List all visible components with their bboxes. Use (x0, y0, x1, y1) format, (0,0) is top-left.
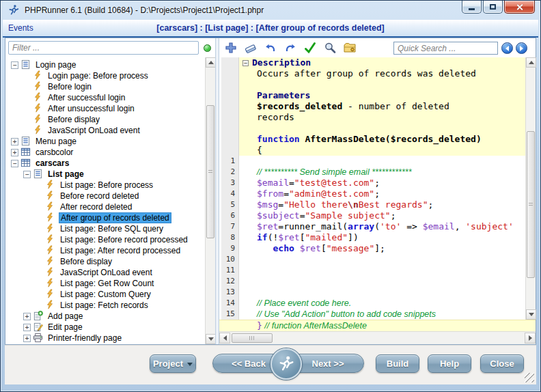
tree-item[interactable]: List page: Before record processed (5, 234, 204, 245)
scroll-down-button[interactable] (206, 334, 215, 344)
next-button[interactable]: Next >> (298, 354, 358, 374)
tree-item[interactable]: After unsuccessful login (5, 103, 204, 114)
eraser-icon (244, 41, 258, 55)
title-bar[interactable]: PHPRunner 6.1 (Build 10684) - D:\Project… (1, 1, 540, 20)
code-editor[interactable]: 123456789101112131415 −DescriptionOccurs… (219, 57, 536, 344)
quick-search-input[interactable] (393, 42, 498, 55)
gutter-blank (221, 112, 238, 123)
tree-item[interactable]: −List page (5, 169, 204, 180)
code-line[interactable] (239, 265, 525, 276)
tree-item[interactable]: JavaScript OnLoad event (5, 267, 204, 278)
expand-toggle-icon[interactable]: + (23, 335, 31, 342)
resize-grip[interactable] (525, 373, 534, 382)
tree-item-label: carsbcolor (34, 148, 74, 157)
tree-item[interactable]: After successful login (5, 92, 204, 103)
code-line[interactable]: if(!$ret["mailed"]) (239, 232, 525, 243)
code-line[interactable] (239, 276, 525, 287)
editor-vscrollbar[interactable] (525, 57, 536, 320)
code-line[interactable] (239, 287, 525, 298)
tree-item[interactable]: +Add page (5, 311, 204, 322)
eraser-button[interactable] (243, 40, 258, 55)
expand-toggle-icon[interactable]: + (11, 138, 18, 145)
code-line[interactable] (239, 156, 525, 167)
tree-item[interactable]: Before display (5, 114, 204, 125)
editor-scrollbar-thumb[interactable] (527, 131, 535, 278)
tree-item[interactable]: List page: Fetch records (5, 300, 204, 311)
tree-item[interactable]: Before login (5, 81, 204, 92)
collapse-toggle-icon[interactable]: − (11, 61, 18, 69)
tree-item[interactable]: +carsbcolor (5, 147, 204, 158)
tree-item[interactable]: Before display (5, 256, 204, 267)
check-syntax-button[interactable] (303, 40, 318, 55)
tree-item[interactable]: After group of records deleted (5, 212, 204, 223)
project-button[interactable]: Project (150, 354, 196, 373)
close-button[interactable]: Close (480, 354, 524, 373)
tree-item[interactable]: After record deleted (5, 201, 204, 212)
tree-item[interactable]: +Menu page (5, 136, 204, 147)
expand-toggle-icon[interactable]: + (11, 149, 18, 156)
redo-button[interactable] (283, 40, 298, 55)
code-line[interactable]: // ********** Send simple email ********… (239, 167, 525, 178)
code-line[interactable]: $email="test@test.com"; (239, 178, 525, 188)
tree-item[interactable]: Before record deleted (5, 191, 204, 201)
code-line[interactable]: // Place event code here. (239, 298, 525, 309)
runner-logo-button[interactable] (270, 348, 302, 380)
editor-scroll-down-button[interactable] (526, 309, 536, 320)
description-line: records (239, 112, 525, 123)
tree-item[interactable]: +Printer-friendly page (5, 333, 204, 344)
tree-scrollbar[interactable] (205, 57, 215, 344)
code-token: ; (374, 188, 380, 199)
tree-item[interactable]: List page: Get Row Count (5, 278, 204, 289)
code-lines[interactable]: // ********** Send simple email ********… (239, 156, 525, 320)
build-button[interactable]: Build (376, 354, 419, 373)
tree-item[interactable]: List page: Custom Query (5, 289, 204, 300)
code-line[interactable]: $msg="Hello there\nBest regards"; (239, 199, 525, 210)
undo-button[interactable] (263, 40, 278, 55)
back-button[interactable]: << Back (219, 354, 279, 374)
hscrollbar-thumb[interactable] (232, 333, 273, 343)
code-line[interactable]: $subject="Sample subject"; (239, 210, 525, 221)
editor-hscrollbar[interactable] (219, 331, 536, 344)
tree-item[interactable]: +Edit page (5, 322, 204, 333)
tree-item[interactable]: List page: After record processed (5, 245, 204, 256)
expand-toggle-icon[interactable]: + (23, 324, 31, 331)
editor-scroll-up-button[interactable] (526, 57, 536, 68)
tree-item-label: JavaScript OnLoad event (46, 126, 141, 135)
collapse-toggle-icon[interactable]: − (23, 171, 31, 178)
scroll-left-button[interactable] (219, 333, 230, 344)
scroll-right-button[interactable] (525, 333, 536, 344)
navigate-forward-button[interactable] (516, 42, 527, 54)
minimize-button[interactable] (462, 1, 482, 14)
filter-input[interactable] (8, 41, 199, 55)
code-line[interactable]: echo $ret["message"]; (239, 243, 525, 254)
tree-indent (5, 207, 45, 208)
find-button[interactable] (322, 40, 337, 55)
tree-item[interactable]: −Login page (5, 59, 204, 70)
code-line[interactable]: $from="admin@test.com"; (239, 188, 525, 199)
collapse-toggle-icon[interactable]: − (11, 160, 18, 167)
code-line[interactable]: $ret=runner_mail(array('to' => $email, '… (239, 221, 525, 232)
scroll-up-button[interactable] (206, 57, 215, 68)
tree-item[interactable]: −carscars (5, 158, 204, 169)
navigate-back-button[interactable] (501, 42, 513, 54)
editor-text-area[interactable]: −DescriptionOccurs after group of record… (239, 57, 525, 320)
tree-item[interactable]: JavaScript OnLoad event (5, 125, 204, 136)
code-line[interactable] (239, 254, 525, 265)
window-title: PHPRunner 6.1 (Build 10684) - D:\Project… (25, 5, 264, 15)
line-number-gutter: 123456789101112131415 (221, 57, 239, 320)
add-action-button[interactable] (223, 40, 238, 55)
tree-item[interactable]: List page: Before process (5, 180, 204, 191)
close-window-button[interactable] (504, 1, 535, 14)
collapse-icon[interactable]: − (242, 60, 249, 66)
line-number: 11 (221, 265, 238, 276)
expand-toggle-icon[interactable]: + (23, 313, 31, 320)
maximize-button[interactable] (483, 1, 503, 14)
code-line[interactable]: // Use "Add Action" button to add code s… (239, 309, 525, 320)
tree-item[interactable]: Login page: Before process (5, 70, 204, 81)
tree-item[interactable]: List page: Before SQL query (5, 223, 204, 234)
scrollbar-thumb[interactable] (206, 105, 214, 238)
help-button[interactable]: Help (428, 354, 471, 373)
snippets-button[interactable] (342, 40, 357, 55)
dropdown-caret-icon (187, 363, 193, 366)
description-line: { (239, 145, 525, 156)
